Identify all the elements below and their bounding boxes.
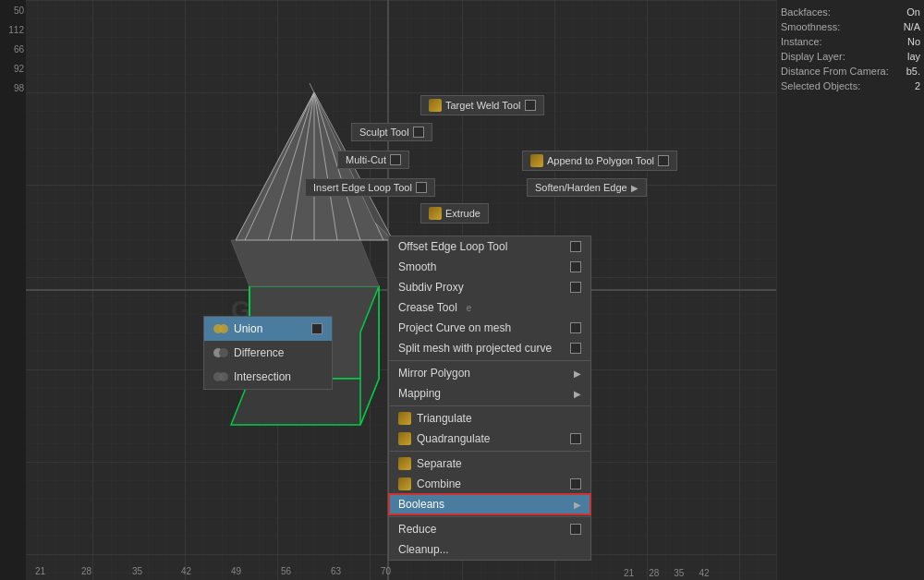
union-checkbox[interactable] <box>311 323 322 334</box>
crease-shortcut: e <box>467 303 472 313</box>
menu-item-checkbox[interactable] <box>570 524 581 535</box>
menu-item-split-mesh[interactable]: Split mesh with projected curve <box>389 338 590 358</box>
menu-item-mapping[interactable]: Mapping ▶ <box>389 383 590 404</box>
extrude-icon <box>429 207 442 220</box>
menu-separator <box>389 516 590 517</box>
tool-checkbox[interactable] <box>525 100 536 111</box>
menu-item-checkbox[interactable] <box>570 322 581 333</box>
ruler-left: 50 112 66 92 98 <box>0 0 26 580</box>
svg-marker-7 <box>231 240 379 286</box>
menu-item-cleanup[interactable]: Cleanup... <box>389 539 590 560</box>
prop-smoothness: Smoothness: N/A <box>781 19 920 34</box>
bottom-right-num: 28 <box>649 568 659 578</box>
intersection-icon <box>213 369 228 384</box>
menu-separator <box>389 405 590 406</box>
menu-item-checkbox[interactable] <box>570 282 581 293</box>
menu-item-offset-edge-loop[interactable]: Offset Edge Loop Tool <box>389 236 590 257</box>
sub-menu-item-union[interactable]: Union <box>204 317 332 341</box>
menu-item-reduce[interactable]: Reduce <box>389 519 590 539</box>
svg-line-9 <box>245 92 314 240</box>
menu-item-triangulate[interactable]: Triangulate <box>389 408 590 429</box>
menu-item-booleans[interactable]: Booleans ▶ <box>389 494 590 514</box>
ruler-num: 50 <box>0 0 26 18</box>
prop-display-layer: Display Layer: lay <box>781 49 920 64</box>
menu-item-checkbox[interactable] <box>570 478 581 489</box>
svg-point-22 <box>219 372 228 381</box>
prop-instance: Instance: No <box>781 34 920 49</box>
svg-line-13 <box>314 92 337 240</box>
tool-icon <box>530 154 543 167</box>
tool-icon <box>429 99 442 112</box>
menu-item-smooth[interactable]: Smooth <box>389 257 590 277</box>
right-panel: Backfaces: On Smoothness: N/A Instance: … <box>776 0 924 580</box>
bottom-num: 56 <box>281 566 291 576</box>
union-icon <box>213 321 228 336</box>
tool-checkbox[interactable] <box>658 155 669 166</box>
menu-item-mirror-polygon[interactable]: Mirror Polygon ▶ <box>389 363 590 383</box>
arrow-icon: ▶ <box>574 369 581 379</box>
svg-line-10 <box>268 92 314 240</box>
arrow-icon: ▶ <box>574 389 581 399</box>
bottom-right-num: 21 <box>624 568 634 578</box>
ruler-num: 92 <box>0 56 26 76</box>
prop-distance: Distance From Camera: b5. <box>781 64 920 79</box>
ruler-num: 112 <box>0 18 26 37</box>
context-menu: Offset Edge Loop Tool Smooth Subdiv Prox… <box>388 236 591 561</box>
sub-menu-item-intersection[interactable]: Intersection <box>204 365 332 389</box>
svg-marker-6 <box>360 286 379 425</box>
bottom-num: 70 <box>381 566 391 576</box>
bottom-num: 49 <box>231 566 241 576</box>
bottom-right-ruler: 21 28 35 42 <box>624 568 772 578</box>
menu-item-checkbox[interactable] <box>570 241 581 252</box>
bottom-num: 63 <box>331 566 341 576</box>
menu-item-subdiv-proxy[interactable]: Subdiv Proxy <box>389 277 590 297</box>
booleans-submenu: Union Difference Intersection <box>203 316 333 390</box>
bottom-num: 21 <box>35 566 45 576</box>
svg-point-18 <box>219 324 228 333</box>
menu-separator <box>389 360 590 361</box>
triangulate-icon <box>398 412 411 425</box>
arrow-icon: ▶ <box>574 500 581 510</box>
ruler-num: 98 <box>0 76 26 95</box>
tool-checkbox[interactable] <box>416 182 427 193</box>
tool-checkbox[interactable] <box>413 127 424 138</box>
svg-point-20 <box>219 348 228 357</box>
bottom-num: 42 <box>181 566 191 576</box>
menu-item-separate[interactable]: Separate <box>389 453 590 474</box>
bottom-right-num: 35 <box>674 568 684 578</box>
menu-separator <box>389 451 590 452</box>
sub-menu-item-difference[interactable]: Difference <box>204 341 332 365</box>
quad-icon <box>398 432 411 445</box>
menu-item-checkbox[interactable] <box>570 433 581 444</box>
arrow-icon: ▶ <box>631 183 638 193</box>
svg-line-11 <box>291 92 314 240</box>
prop-selected-objects: Selected Objects: 2 <box>781 79 920 93</box>
menu-item-project-curve[interactable]: Project Curve on mesh <box>389 318 590 338</box>
menu-item-checkbox[interactable] <box>570 343 581 354</box>
menu-item-crease-tool[interactable]: Crease Tool e <box>389 297 590 318</box>
viewport: G-s'lo.com 50 112 66 92 98 Backfaces: On… <box>0 0 924 580</box>
bottom-num: 35 <box>132 566 142 576</box>
separate-icon <box>398 457 411 470</box>
bottom-num: 28 <box>81 566 91 576</box>
difference-icon <box>213 345 228 360</box>
tool-checkbox[interactable] <box>390 154 401 165</box>
menu-item-checkbox[interactable] <box>570 261 581 272</box>
menu-item-combine[interactable]: Combine <box>389 474 590 494</box>
ruler-num: 66 <box>0 37 26 56</box>
bottom-right-num: 42 <box>699 568 709 578</box>
prop-backfaces: Backfaces: On <box>781 5 920 19</box>
menu-item-quadrangulate[interactable]: Quadrangulate <box>389 429 590 449</box>
combine-icon <box>398 477 411 490</box>
